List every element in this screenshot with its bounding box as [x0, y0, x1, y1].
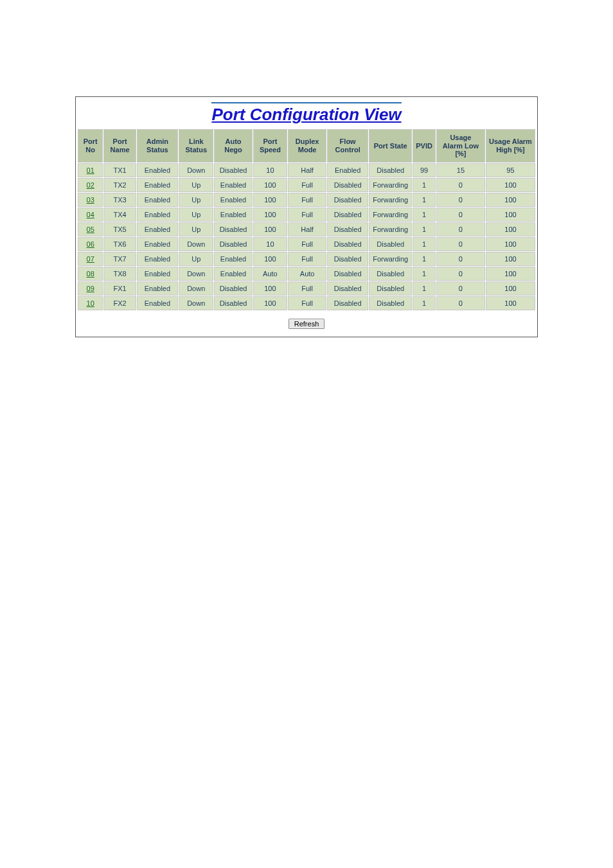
cell-nego: Disabled: [214, 296, 252, 310]
refresh-button[interactable]: Refresh: [289, 319, 325, 329]
cell-admin: Enabled: [137, 163, 178, 177]
col-flow-control: Flow Control: [327, 129, 368, 163]
cell-admin: Enabled: [137, 222, 178, 236]
cell-pvid: 1: [413, 237, 436, 251]
cell-link: Down: [179, 281, 213, 296]
port-link[interactable]: 03: [87, 196, 94, 204]
port-link[interactable]: 04: [87, 211, 94, 218]
cell-link: Down: [179, 267, 213, 281]
cell-no[interactable]: 08: [78, 267, 103, 281]
page-title: Port Configuration View: [211, 102, 401, 125]
col-duplex-mode: Duplex Mode: [288, 129, 326, 163]
cell-admin: Enabled: [137, 208, 178, 222]
cell-flow: Disabled: [327, 237, 368, 251]
cell-pvid: 1: [413, 252, 436, 266]
cell-no[interactable]: 03: [78, 193, 103, 207]
cell-admin: Enabled: [137, 296, 178, 310]
cell-nego: Enabled: [214, 193, 252, 207]
cell-pvid: 1: [413, 296, 436, 310]
cell-link: Up: [179, 193, 213, 207]
cell-speed: 100: [253, 222, 287, 236]
cell-link: Down: [179, 296, 213, 310]
cell-low: 0: [436, 193, 485, 207]
table-row: 03TX3EnabledUpEnabled100FullDisabledForw…: [78, 193, 535, 207]
col-link-status: Link Status: [179, 129, 213, 163]
col-auto-nego: Auto Nego: [214, 129, 252, 163]
cell-speed: 10: [253, 237, 287, 251]
cell-state: Forwarding: [369, 193, 412, 207]
port-link[interactable]: 01: [87, 166, 94, 174]
cell-state: Disabled: [369, 281, 412, 296]
cell-state: Forwarding: [369, 208, 412, 222]
cell-nego: Enabled: [214, 208, 252, 222]
cell-flow: Disabled: [327, 267, 368, 281]
cell-admin: Enabled: [137, 281, 178, 296]
cell-no[interactable]: 10: [78, 296, 103, 310]
cell-no[interactable]: 04: [78, 208, 103, 222]
cell-low: 0: [436, 252, 485, 266]
cell-flow: Enabled: [327, 163, 368, 177]
cell-low: 0: [436, 178, 485, 192]
cell-no[interactable]: 07: [78, 252, 103, 266]
cell-low: 0: [436, 281, 485, 296]
cell-no[interactable]: 05: [78, 222, 103, 236]
col-port-name: Port Name: [103, 129, 136, 163]
cell-state: Disabled: [369, 296, 412, 310]
port-link[interactable]: 08: [87, 270, 94, 278]
cell-duplex: Full: [288, 296, 326, 310]
port-link[interactable]: 10: [87, 299, 94, 307]
cell-high: 100: [486, 296, 535, 310]
cell-speed: 100: [253, 296, 287, 310]
col-port-state: Port State: [369, 129, 412, 163]
cell-speed: 10: [253, 163, 287, 177]
table-row: 05TX5EnabledUpDisabled100HalfDisabledFor…: [78, 222, 535, 236]
cell-duplex: Full: [288, 281, 326, 296]
cell-no[interactable]: 02: [78, 178, 103, 192]
cell-admin: Enabled: [137, 267, 178, 281]
cell-nego: Enabled: [214, 267, 252, 281]
cell-no[interactable]: 01: [78, 163, 103, 177]
cell-low: 15: [436, 163, 485, 177]
cell-name: TX2: [103, 178, 136, 192]
cell-high: 100: [486, 193, 535, 207]
col-port-no: Port No: [78, 129, 103, 163]
port-link[interactable]: 09: [87, 285, 94, 292]
cell-no[interactable]: 06: [78, 237, 103, 251]
cell-admin: Enabled: [137, 178, 178, 192]
cell-link: Up: [179, 252, 213, 266]
table-row: 01TX1EnabledDownDisabled10HalfEnabledDis…: [78, 163, 535, 177]
cell-admin: Enabled: [137, 252, 178, 266]
port-link[interactable]: 07: [87, 255, 94, 263]
col-pvid: PVID: [413, 129, 436, 163]
cell-state: Disabled: [369, 267, 412, 281]
cell-no[interactable]: 09: [78, 281, 103, 296]
cell-speed: 100: [253, 281, 287, 296]
cell-flow: Disabled: [327, 208, 368, 222]
cell-pvid: 1: [413, 281, 436, 296]
port-config-table: Port No Port Name Admin Status Link Stat…: [77, 128, 536, 311]
cell-duplex: Full: [288, 252, 326, 266]
cell-duplex: Half: [288, 222, 326, 236]
port-link[interactable]: 05: [87, 226, 94, 233]
cell-duplex: Full: [288, 208, 326, 222]
refresh-wrap: Refresh: [77, 317, 536, 329]
cell-name: TX5: [103, 222, 136, 236]
cell-low: 0: [436, 296, 485, 310]
cell-name: TX8: [103, 267, 136, 281]
table-row: 08TX8EnabledDownEnabledAutoAutoDisabledD…: [78, 267, 535, 281]
cell-duplex: Full: [288, 178, 326, 192]
cell-name: FX2: [103, 296, 136, 310]
cell-speed: 100: [253, 178, 287, 192]
port-link[interactable]: 06: [87, 240, 94, 248]
cell-high: 100: [486, 208, 535, 222]
port-config-panel: Port Configuration View Port No Port Nam…: [75, 96, 538, 337]
port-link[interactable]: 02: [87, 181, 94, 189]
cell-flow: Disabled: [327, 296, 368, 310]
cell-speed: 100: [253, 252, 287, 266]
cell-nego: Disabled: [214, 237, 252, 251]
cell-speed: 100: [253, 193, 287, 207]
cell-pvid: 1: [413, 193, 436, 207]
cell-flow: Disabled: [327, 193, 368, 207]
table-row: 09FX1EnabledDownDisabled100FullDisabledD…: [78, 281, 535, 296]
cell-name: FX1: [103, 281, 136, 296]
